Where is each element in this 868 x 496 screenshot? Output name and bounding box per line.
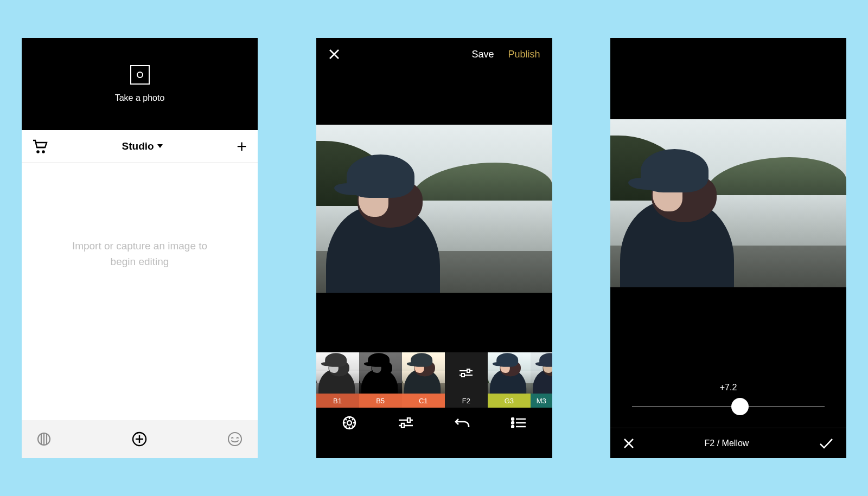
feed-icon[interactable] (37, 432, 51, 446)
slider-footer: F2 / Mellow (610, 428, 846, 458)
filter-b1[interactable]: B1 (316, 352, 359, 408)
publish-button[interactable]: Publish (508, 49, 540, 60)
filter-label: B1 (316, 394, 359, 408)
studio-footer (22, 420, 258, 458)
sliders-icon (445, 352, 488, 394)
filter-g3[interactable]: G3 (488, 352, 531, 408)
svg-rect-9 (407, 418, 410, 422)
svg-point-0 (37, 151, 39, 152)
svg-point-12 (512, 422, 514, 424)
filter-label: G3 (488, 394, 531, 408)
filter-strip: B1 B5 C1 F2 G3 M3 (316, 352, 552, 408)
screen-editor: Save Publish B1 B5 C1 F2 (316, 38, 552, 458)
take-photo-button[interactable]: Take a photo (22, 38, 258, 130)
save-button[interactable]: Save (471, 49, 494, 60)
studio-label: Studio (122, 140, 154, 152)
filter-m3[interactable]: M3 (531, 352, 552, 408)
svg-rect-10 (401, 423, 404, 428)
spacer (316, 70, 552, 125)
studio-toolbar: Studio + (22, 130, 258, 163)
studio-body: Import or capture an image to begin edit… (22, 163, 258, 420)
list-icon[interactable] (511, 417, 526, 428)
svg-point-8 (347, 421, 352, 425)
filter-label: C1 (402, 394, 445, 408)
filter-b5[interactable]: B5 (359, 352, 402, 408)
chevron-down-icon (157, 144, 163, 148)
confirm-button[interactable] (819, 438, 833, 449)
filter-label: M3 (531, 394, 552, 408)
filter-f2-selected[interactable]: F2 (445, 352, 488, 408)
tools-icon[interactable] (398, 417, 414, 428)
svg-rect-5 (467, 369, 470, 372)
import-plus-button[interactable]: + (237, 138, 247, 155)
presets-icon[interactable] (342, 415, 357, 430)
svg-point-4 (228, 433, 241, 446)
filter-c1[interactable]: C1 (402, 352, 445, 408)
intensity-slider-area: +7.2 (610, 368, 846, 428)
svg-point-1 (42, 151, 44, 152)
slider-knob[interactable] (731, 398, 749, 415)
svg-rect-6 (462, 373, 464, 377)
add-icon[interactable] (131, 431, 148, 447)
intensity-slider[interactable] (632, 400, 825, 413)
profile-icon[interactable] (227, 431, 242, 447)
studio-dropdown[interactable]: Studio (122, 140, 163, 152)
slider-value: +7.2 (720, 383, 737, 392)
svg-point-11 (512, 418, 514, 420)
filter-label: F2 (445, 394, 488, 408)
undo-icon[interactable] (454, 417, 470, 429)
shop-icon[interactable] (33, 139, 48, 153)
editor-actions: Save Publish (471, 49, 540, 60)
filter-caption: F2 / Mellow (705, 439, 749, 448)
close-button[interactable] (328, 48, 340, 60)
slider-photo[interactable] (610, 119, 846, 287)
filter-label: B5 (359, 394, 402, 408)
take-photo-label: Take a photo (115, 93, 165, 103)
spacer (610, 38, 846, 119)
svg-point-13 (512, 426, 514, 428)
camera-icon (130, 65, 150, 85)
editor-photo[interactable] (316, 125, 552, 293)
screen-studio: Take a photo Studio + Import or capture … (22, 38, 258, 458)
cancel-button[interactable] (623, 438, 634, 449)
screen-slider: +7.2 F2 / Mellow (610, 38, 846, 458)
editor-top-bar: Save Publish (316, 38, 552, 70)
spacer (610, 287, 846, 368)
empty-state-text: Import or capture an image to begin edit… (69, 239, 210, 269)
editor-bottom-bar (316, 408, 552, 438)
spacer (316, 293, 552, 352)
